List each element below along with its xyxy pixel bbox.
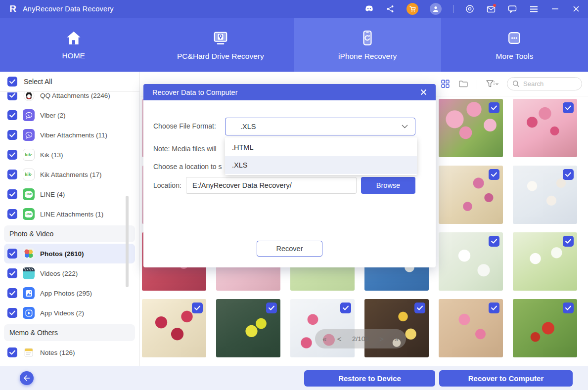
prev-page-button[interactable]: <: [337, 335, 342, 343]
item-checkbox[interactable]: [7, 110, 17, 120]
app-photos-icon: [23, 287, 35, 299]
tab-label: More Tools: [496, 52, 534, 61]
photo-checkbox[interactable]: [489, 303, 499, 313]
sidebar-item[interactable]: Videos (222): [0, 263, 139, 283]
item-checkbox[interactable]: [7, 347, 17, 357]
tab-home[interactable]: HOME: [0, 18, 147, 72]
minimize-button[interactable]: [550, 4, 560, 14]
discord-icon[interactable]: [364, 4, 374, 14]
dialog-close-icon[interactable]: [420, 89, 427, 95]
footer-bar: Restore to Device Recover to Computer: [0, 366, 588, 390]
item-checkbox[interactable]: [7, 150, 17, 160]
photo-checkbox[interactable]: [563, 169, 574, 180]
grid-view-icon[interactable]: [441, 79, 450, 88]
app-title: AnyRecover Data Recovery: [23, 5, 114, 13]
sidebar-item[interactable]: App Photos (295): [0, 283, 139, 303]
photo-checkbox[interactable]: [563, 236, 574, 247]
viber-icon: [23, 109, 35, 121]
photo-checkbox[interactable]: [192, 303, 203, 313]
dialog-header: Recover Data to Computer: [143, 84, 436, 100]
record-target-icon[interactable]: [465, 4, 475, 14]
photo-checkbox[interactable]: [489, 102, 499, 113]
photo-thumbnail[interactable]: [439, 166, 503, 224]
item-checkbox[interactable]: [7, 130, 17, 140]
sidebar-scrollbar[interactable]: [126, 196, 129, 287]
folder-view-icon[interactable]: [458, 80, 468, 88]
item-checkbox[interactable]: [7, 170, 17, 179]
next-page-button[interactable]: >: [379, 335, 384, 343]
tab-more-tools[interactable]: More Tools: [441, 18, 588, 72]
search-box[interactable]: [507, 77, 582, 90]
restore-to-device-button[interactable]: Restore to Device: [304, 370, 435, 387]
filter-icon[interactable]: [486, 80, 498, 88]
sidebar-item-label: Videos (222): [40, 270, 78, 277]
sidebar-item[interactable]: Viber Attachments (11): [0, 125, 139, 145]
file-format-select[interactable]: .XLS: [225, 118, 415, 135]
sidebar-item[interactable]: App Videos (2): [0, 303, 139, 323]
dropdown-option-html[interactable]: .HTML: [225, 138, 417, 156]
tab-iphone-recovery[interactable]: iPhone Recovery: [294, 18, 441, 72]
photo-thumbnail[interactable]: [364, 299, 429, 357]
close-button[interactable]: [571, 4, 581, 14]
photo-thumbnail[interactable]: [439, 232, 503, 291]
item-checkbox[interactable]: [7, 189, 17, 199]
sidebar-item[interactable]: Notes (126): [0, 343, 139, 362]
photo-checkbox[interactable]: [489, 169, 499, 180]
photo-thumbnail[interactable]: [513, 99, 577, 157]
share-icon[interactable]: [385, 4, 395, 14]
photo-checkbox[interactable]: [563, 102, 574, 113]
item-checkbox[interactable]: [7, 288, 17, 298]
photo-thumbnail[interactable]: [142, 299, 206, 357]
sidebar-item[interactable]: QQ Attachments (2246): [0, 92, 139, 105]
photo-thumbnail[interactable]: [439, 99, 503, 157]
location-input[interactable]: [186, 177, 357, 194]
photo-thumbnail[interactable]: [290, 299, 355, 357]
dropdown-option-xls[interactable]: .XLS: [225, 156, 417, 174]
sidebar-item-label: Kik (13): [40, 151, 63, 159]
item-checkbox[interactable]: [7, 268, 17, 278]
sidebar-item[interactable]: LINELINE Attachments (1): [0, 204, 139, 224]
sidebar-item[interactable]: Viber (2): [0, 105, 139, 125]
sidebar-item[interactable]: LINELINE (4): [0, 184, 139, 204]
photo-thumbnail[interactable]: [439, 299, 503, 357]
sidebar-section-header: Photo & Video: [4, 225, 135, 242]
recover-button[interactable]: Recover: [257, 241, 322, 257]
photo-checkbox[interactable]: [489, 236, 499, 247]
browse-button[interactable]: Browse: [361, 177, 415, 194]
line-icon: LINE: [23, 188, 35, 200]
first-page-button[interactable]: «: [322, 335, 326, 343]
last-page-button[interactable]: »: [395, 335, 399, 343]
photo-checkbox[interactable]: [340, 303, 351, 313]
photo-thumbnail[interactable]: [513, 299, 577, 357]
store-cart-icon[interactable]: [407, 3, 418, 15]
select-all-row[interactable]: Select All: [0, 72, 139, 92]
sidebar-item-label: Viber Attachments (11): [40, 131, 107, 139]
photo-checkbox[interactable]: [414, 303, 425, 313]
mail-icon[interactable]: [486, 4, 496, 14]
photo-thumbnail[interactable]: [513, 232, 577, 291]
back-button[interactable]: [20, 371, 34, 385]
item-checkbox[interactable]: [7, 209, 17, 219]
sidebar-item[interactable]: kik·Kik Attachments (17): [0, 165, 139, 184]
viber-icon: [23, 129, 35, 141]
recover-to-computer-button[interactable]: Recover to Computer: [439, 370, 573, 387]
item-checkbox[interactable]: [7, 92, 17, 100]
select-all-checkbox[interactable]: [7, 77, 17, 87]
tab-label: HOME: [62, 51, 85, 60]
mail-notification-dot: [493, 4, 496, 7]
chat-feedback-icon[interactable]: [507, 4, 517, 14]
item-checkbox[interactable]: [7, 249, 17, 259]
sidebar-item[interactable]: kik·Kik (13): [0, 145, 139, 165]
item-checkbox[interactable]: [7, 308, 17, 318]
sidebar-item[interactable]: Photos (2610): [4, 244, 135, 263]
choose-location-text: Choose a location to s: [153, 163, 222, 171]
photo-thumbnail[interactable]: [513, 166, 577, 224]
tab-pc-hard-drive-recovery[interactable]: PC&Hard Drive Recovery: [147, 18, 294, 72]
main-nav: HOME PC&Hard Drive Recovery iPhone Recov…: [0, 18, 588, 72]
search-input[interactable]: [523, 80, 573, 87]
photo-thumbnail[interactable]: [216, 299, 280, 357]
account-avatar-icon[interactable]: [430, 3, 442, 15]
photo-checkbox[interactable]: [563, 303, 574, 313]
photo-checkbox[interactable]: [266, 303, 277, 313]
menu-icon[interactable]: [529, 4, 539, 14]
